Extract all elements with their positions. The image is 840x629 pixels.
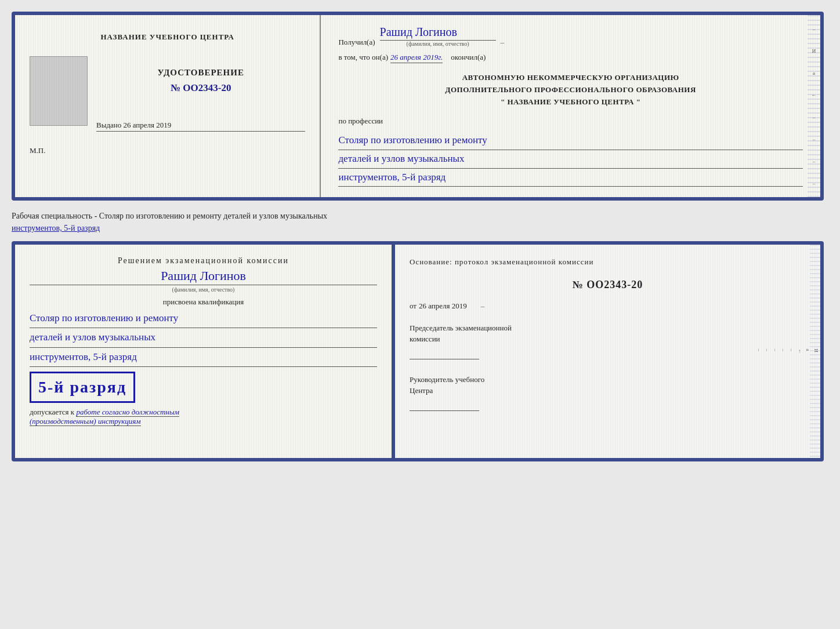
osnov-text: Основание: протокол экзаменационной коми… — [410, 256, 806, 268]
recipient-name-block: Рашид Логинов (фамилия, имя, отчество) — [380, 26, 496, 47]
profession-label: по профессии — [338, 117, 803, 126]
cert-left-bottom: УДОСТОВЕРЕНИЕ № OO2343-20 Выдано 26 апре… — [30, 56, 305, 132]
admitted-label: допускается к — [30, 408, 74, 416]
qual-line3: инструментов, 5-й разряд — [30, 348, 377, 367]
dash: – — [501, 38, 505, 47]
decision-text: Решением экзаменационной комиссии — [30, 256, 377, 266]
profession-line3: инструментов, 5-й разряд — [338, 169, 803, 187]
issued-label: Выдано — [96, 121, 121, 129]
completion-date: 26 апреля 2019г. — [390, 53, 443, 63]
director-sig-line — [410, 399, 479, 411]
from-label: от — [410, 301, 417, 311]
decision-name: Рашид Логинов — [30, 268, 377, 285]
cert-left-info: УДОСТОВЕРЕНИЕ № OO2343-20 Выдано 26 апре… — [96, 56, 305, 132]
qual-line2: деталей и узлов музыкальных — [30, 328, 377, 347]
certificate-front: НАЗВАНИЕ УЧЕБНОГО ЦЕНТРА УДОСТОВЕРЕНИЕ №… — [12, 12, 824, 201]
org-block: АВТОНОМНУЮ НЕКОММЕРЧЕСКУЮ ОРГАНИЗАЦИЮ ДО… — [338, 72, 803, 108]
director-block: Руководитель учебного Центра — [410, 374, 806, 411]
admitted-line2: (производственным) инструкциям — [30, 417, 377, 426]
profession-line1: Столяр по изготовлению и ремонту — [338, 132, 803, 150]
cert-number: № OO2343-20 — [96, 82, 305, 94]
org-line1: АВТОНОМНУЮ НЕКОММЕРЧЕСКУЮ ОРГАНИЗАЦИЮ — [338, 72, 803, 84]
issued-line: Выдано 26 апреля 2019 — [96, 121, 305, 132]
side-decoration: – И а ← – – – – — [808, 15, 820, 197]
between-label: Рабочая специальность - Столяр по изгото… — [12, 206, 828, 235]
in-that-label: в том, что он(а) — [338, 53, 388, 62]
cert-front-left: НАЗВАНИЕ УЧЕБНОГО ЦЕНТРА УДОСТОВЕРЕНИЕ №… — [15, 15, 321, 197]
from-date: 26 апреля 2019 — [419, 301, 467, 311]
chairman-sig-line — [410, 348, 479, 359]
org-line2: ДОПОЛНИТЕЛЬНОГО ПРОФЕССИОНАЛЬНОГО ОБРАЗО… — [338, 84, 803, 96]
mp-label: М.П. — [30, 146, 45, 155]
issued-date: 26 апреля 2019 — [124, 121, 172, 129]
cert-title: УДОСТОВЕРЕНИЕ — [96, 68, 305, 78]
recipient-name: Рашид Логинов — [380, 26, 496, 41]
certificate-back: Решением экзаменационной комиссии Рашид … — [12, 241, 824, 461]
admitted-value: работе согласно должностным — [76, 408, 179, 417]
org-line3: " НАЗВАНИЕ УЧЕБНОГО ЦЕНТРА " — [338, 96, 803, 108]
between-text-main: Рабочая специальность - Столяр по изгото… — [12, 212, 327, 220]
received-label: Получил(а) — [338, 38, 375, 47]
page-wrapper: НАЗВАНИЕ УЧЕБНОГО ЦЕНТРА УДОСТОВЕРЕНИЕ №… — [12, 12, 828, 461]
cert-back-right: Основание: протокол экзаменационной коми… — [393, 241, 824, 461]
chairman-title: Председатель экзаменационной комиссии — [410, 322, 806, 345]
between-text-underline: инструментов, 5-й разряд — [12, 224, 100, 232]
date-line: в том, что он(а) 26 апреля 2019г. окончи… — [338, 53, 803, 63]
school-name-top: НАЗВАНИЕ УЧЕБНОГО ЦЕНТРА — [100, 32, 234, 42]
from-line: от 26 апреля 2019 – — [410, 301, 806, 311]
finished-label: окончил(а) — [451, 53, 486, 62]
qualification-block: Столяр по изготовлению и ремонту деталей… — [30, 309, 377, 367]
rank-text: 5-й разряд — [38, 378, 126, 397]
side-deco-chars: И а ← – – – – – — [756, 349, 819, 354]
admitted-value2: (производственным) инструкциям — [30, 417, 141, 426]
profession-line2: деталей и узлов музыкальных — [338, 150, 803, 169]
cert-back-left: Решением экзаменационной комиссии Рашид … — [12, 241, 393, 461]
cert-front-right: Получил(а) Рашид Логинов (фамилия, имя, … — [321, 15, 820, 197]
qual-line1: Столяр по изготовлению и ремонту — [30, 309, 377, 328]
name-sublabel: (фамилия, имя, отчество) — [407, 41, 469, 47]
photo-placeholder — [30, 56, 88, 126]
admitted-line: допускается к работе согласно должностны… — [30, 408, 377, 417]
chairman-block: Председатель экзаменационной комиссии — [410, 322, 806, 359]
decision-sublabel: (фамилия, имя, отчество) — [30, 286, 377, 293]
qualification-label: присвоена квалификация — [30, 297, 377, 307]
recipient-line: Получил(а) Рашид Логинов (фамилия, имя, … — [338, 26, 803, 47]
director-title: Руководитель учебного Центра — [410, 374, 806, 397]
profession-block: Столяр по изготовлению и ремонту деталей… — [338, 132, 803, 187]
rank-box: 5-й разряд — [30, 372, 135, 403]
protocol-number: № OO2343-20 — [410, 279, 806, 291]
side-dash: – — [481, 301, 485, 311]
